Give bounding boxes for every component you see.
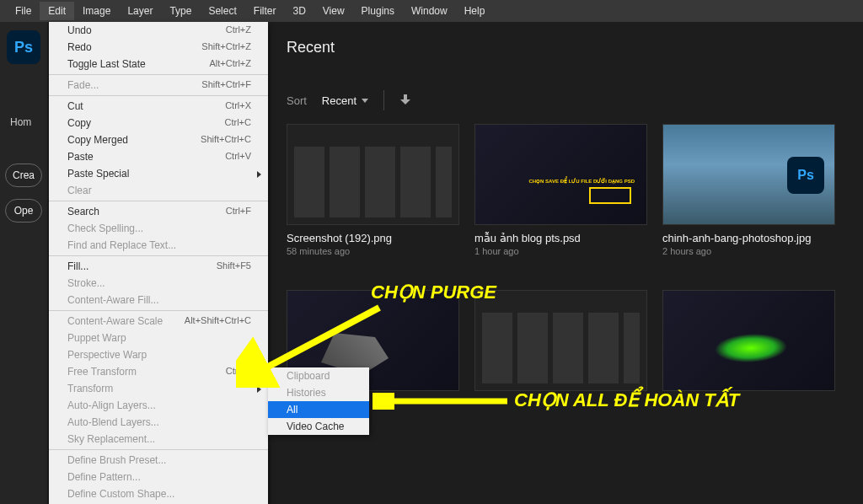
menu-item-content-aware-scale: Content-Aware ScaleAlt+Shift+Ctrl+C [49,313,268,330]
recent-file-thumb[interactable]: Screenshot (192).png58 minutes ago [287,124,459,256]
menu-item-redo[interactable]: RedoShift+Ctrl+Z [49,39,268,56]
sort-label: Sort [287,94,307,107]
menu-separator [49,201,268,201]
photoshop-logo: Ps [7,30,40,64]
submenu-arrow-icon [257,171,261,178]
thumb-time: 58 minutes ago [287,246,459,256]
menubar-item-type[interactable]: Type [161,2,200,20]
thumb-time: 1 hour ago [474,246,647,256]
menu-item-undo[interactable]: UndoCtrl+Z [49,22,268,39]
menu-item-define-brush-preset: Define Brush Preset... [49,452,268,469]
thumb-preview: Ps [662,124,835,225]
menu-item-content-aware-fill: Content-Aware Fill... [49,292,268,308]
menu-item-check-spelling: Check Spelling... [49,220,268,237]
menu-item-fill[interactable]: Fill...Shift+F5 [49,258,268,275]
page-title: Recent [287,39,335,56]
menu-item-sky-replacement: Sky Replacement... [49,431,268,448]
menu-item-paste[interactable]: PasteCtrl+V [49,148,268,165]
menu-separator [49,449,268,450]
recent-file-thumb[interactable]: Pschinh-anh-bang-photoshop.jpg2 hours ag… [662,124,835,256]
menu-item-puppet-warp: Puppet Warp [49,330,268,346]
menu-item-auto-blend-layers: Auto-Blend Layers... [49,414,268,431]
menu-separator [49,74,268,75]
menubar-item-help[interactable]: Help [456,2,494,20]
recent-file-thumb[interactable] [662,290,835,391]
thumb-preview [662,290,835,391]
sort-value: Recent [322,94,356,107]
menu-item-stroke: Stroke... [49,275,268,292]
download-icon[interactable] [399,94,411,106]
recent-file-thumb[interactable] [474,290,647,391]
menu-item-fade: Fade...Shift+Ctrl+F [49,77,268,94]
menubar-item-window[interactable]: Window [403,2,456,20]
menu-item-copy[interactable]: CopyCtrl+C [49,115,268,131]
menu-item-find-and-replace-text: Find and Replace Text... [49,237,268,254]
purge-submenu[interactable]: ClipboardHistoriesAllVideo Cache [268,367,369,435]
menu-item-search[interactable]: SearchCtrl+F [49,203,268,220]
open-button[interactable]: Ope [5,199,42,223]
menubar-item-select[interactable]: Select [200,2,244,20]
menu-separator [49,255,268,256]
thumb-title: Screenshot (192).png [287,232,459,244]
submenu-item-clipboard: Clipboard [268,367,369,384]
thumb-title: chinh-anh-bang-photoshop.jpg [662,232,835,244]
thumb-title: mẫu ảnh blog pts.psd [474,232,647,244]
menubar-item-plugins[interactable]: Plugins [353,2,403,20]
menubar-item-3d[interactable]: 3D [284,2,314,20]
submenu-item-video-cache[interactable]: Video Cache [268,418,369,435]
submenu-item-all[interactable]: All [268,401,369,418]
menu-item-copy-merged[interactable]: Copy MergedShift+Ctrl+C [49,131,268,148]
menubar-item-edit[interactable]: Edit [40,2,74,20]
divider [383,90,384,110]
menubar-item-image[interactable]: Image [74,2,119,20]
menu-separator [49,95,268,96]
thumb-preview: CHỌN SAVE ĐỂ LƯU FILE DƯỚI DẠNG PSD [474,124,647,225]
create-button[interactable]: Crea [5,164,42,187]
menu-item-paste-special[interactable]: Paste Special [49,165,268,182]
menu-item-transform: Transform [49,380,268,397]
menubar-item-file[interactable]: File [7,2,40,20]
menu-item-free-transform: Free TransformCtrl+T [49,363,268,380]
menubar-item-layer[interactable]: Layer [119,2,161,20]
menubar-item-filter[interactable]: Filter [245,2,285,20]
chevron-down-icon [362,99,368,103]
menu-item-auto-align-layers: Auto-Align Layers... [49,397,268,414]
thumb-time: 2 hours ago [662,246,835,256]
menu-item-perspective-warp: Perspective Warp [49,346,268,363]
menu-item-cut[interactable]: CutCtrl+X [49,98,268,115]
menu-item-clear: Clear [49,182,268,199]
thumb-preview [287,124,459,225]
menubar-item-view[interactable]: View [314,2,353,20]
edit-menu-dropdown[interactable]: UndoCtrl+ZRedoShift+Ctrl+ZToggle Last St… [49,22,268,504]
recent-file-thumb[interactable]: CHỌN SAVE ĐỂ LƯU FILE DƯỚI DẠNG PSDmẫu ả… [474,124,647,256]
home-nav[interactable]: Hom [3,113,44,131]
submenu-item-histories: Histories [268,384,369,401]
menu-separator [49,310,268,311]
sort-dropdown[interactable]: Recent [322,94,368,107]
menu-item-define-custom-shape: Define Custom Shape... [49,485,268,502]
menu-item-toggle-last-state[interactable]: Toggle Last StateAlt+Ctrl+Z [49,56,268,72]
menu-item-define-pattern: Define Pattern... [49,469,268,485]
thumb-preview [474,290,647,391]
submenu-arrow-icon [257,386,261,393]
